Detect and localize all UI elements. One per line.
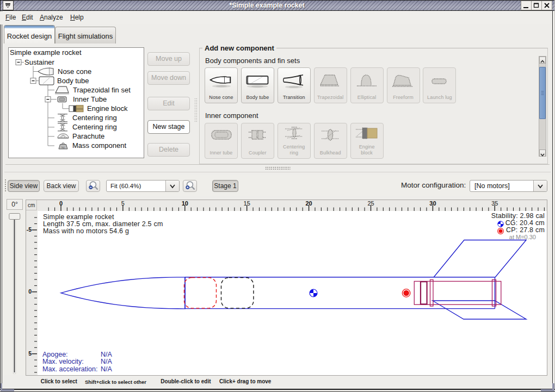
svg-text:5: 5 (28, 350, 32, 357)
svg-text:-5: -5 (27, 226, 32, 233)
svg-text:10: 10 (182, 200, 188, 207)
svg-text:35: 35 (491, 200, 498, 207)
svg-text:kg: kg (61, 146, 65, 149)
svg-text:0: 0 (28, 288, 32, 295)
svg-text:15: 15 (244, 200, 250, 207)
svg-text:20: 20 (305, 200, 312, 207)
svg-text:0: 0 (59, 200, 63, 207)
svg-text:30: 30 (429, 200, 436, 207)
svg-text:5: 5 (121, 200, 125, 207)
svg-text:25: 25 (367, 200, 374, 207)
